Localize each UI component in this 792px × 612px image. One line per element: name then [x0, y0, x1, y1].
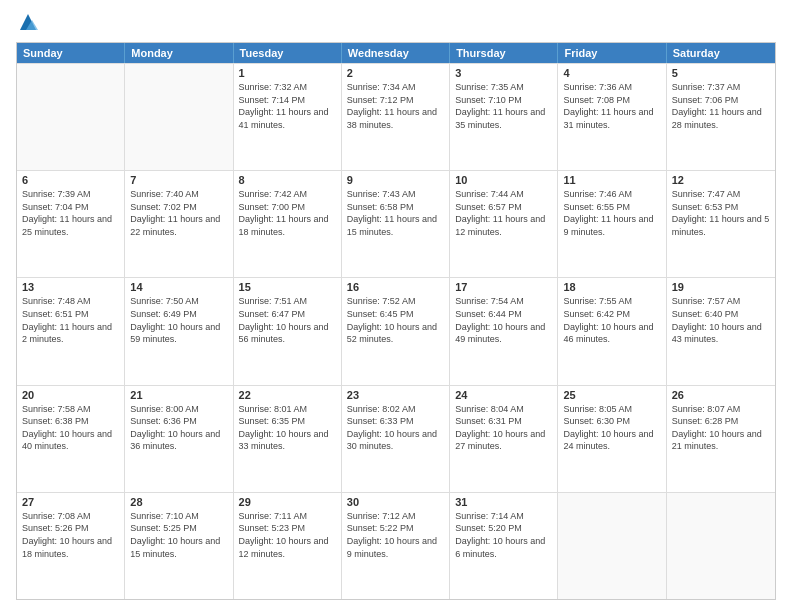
- page: SundayMondayTuesdayWednesdayThursdayFrid…: [0, 0, 792, 612]
- calendar-cell: 12Sunrise: 7:47 AM Sunset: 6:53 PM Dayli…: [667, 171, 775, 277]
- logo: [16, 12, 38, 32]
- calendar-cell: 27Sunrise: 7:08 AM Sunset: 5:26 PM Dayli…: [17, 493, 125, 599]
- cell-info: Sunrise: 7:32 AM Sunset: 7:14 PM Dayligh…: [239, 81, 336, 131]
- calendar-cell: 26Sunrise: 8:07 AM Sunset: 6:28 PM Dayli…: [667, 386, 775, 492]
- cell-info: Sunrise: 7:52 AM Sunset: 6:45 PM Dayligh…: [347, 295, 444, 345]
- calendar-cell: [667, 493, 775, 599]
- day-number: 24: [455, 389, 552, 401]
- day-number: 27: [22, 496, 119, 508]
- calendar-cell: 9Sunrise: 7:43 AM Sunset: 6:58 PM Daylig…: [342, 171, 450, 277]
- cell-info: Sunrise: 7:34 AM Sunset: 7:12 PM Dayligh…: [347, 81, 444, 131]
- header-day-thursday: Thursday: [450, 43, 558, 63]
- calendar-cell: 18Sunrise: 7:55 AM Sunset: 6:42 PM Dayli…: [558, 278, 666, 384]
- day-number: 22: [239, 389, 336, 401]
- cell-info: Sunrise: 7:47 AM Sunset: 6:53 PM Dayligh…: [672, 188, 770, 238]
- calendar-cell: 1Sunrise: 7:32 AM Sunset: 7:14 PM Daylig…: [234, 64, 342, 170]
- calendar-cell: 6Sunrise: 7:39 AM Sunset: 7:04 PM Daylig…: [17, 171, 125, 277]
- cell-info: Sunrise: 7:48 AM Sunset: 6:51 PM Dayligh…: [22, 295, 119, 345]
- day-number: 26: [672, 389, 770, 401]
- calendar-cell: 10Sunrise: 7:44 AM Sunset: 6:57 PM Dayli…: [450, 171, 558, 277]
- day-number: 14: [130, 281, 227, 293]
- calendar-week-5: 27Sunrise: 7:08 AM Sunset: 5:26 PM Dayli…: [17, 492, 775, 599]
- calendar-cell: 29Sunrise: 7:11 AM Sunset: 5:23 PM Dayli…: [234, 493, 342, 599]
- cell-info: Sunrise: 8:00 AM Sunset: 6:36 PM Dayligh…: [130, 403, 227, 453]
- calendar-cell: 17Sunrise: 7:54 AM Sunset: 6:44 PM Dayli…: [450, 278, 558, 384]
- day-number: 12: [672, 174, 770, 186]
- cell-info: Sunrise: 8:02 AM Sunset: 6:33 PM Dayligh…: [347, 403, 444, 453]
- calendar-cell: 30Sunrise: 7:12 AM Sunset: 5:22 PM Dayli…: [342, 493, 450, 599]
- calendar-cell: 4Sunrise: 7:36 AM Sunset: 7:08 PM Daylig…: [558, 64, 666, 170]
- day-number: 10: [455, 174, 552, 186]
- header-day-friday: Friday: [558, 43, 666, 63]
- calendar-week-4: 20Sunrise: 7:58 AM Sunset: 6:38 PM Dayli…: [17, 385, 775, 492]
- header-day-saturday: Saturday: [667, 43, 775, 63]
- day-number: 20: [22, 389, 119, 401]
- header-day-monday: Monday: [125, 43, 233, 63]
- calendar-cell: 21Sunrise: 8:00 AM Sunset: 6:36 PM Dayli…: [125, 386, 233, 492]
- calendar-cell: [17, 64, 125, 170]
- day-number: 28: [130, 496, 227, 508]
- calendar-cell: 25Sunrise: 8:05 AM Sunset: 6:30 PM Dayli…: [558, 386, 666, 492]
- day-number: 4: [563, 67, 660, 79]
- day-number: 25: [563, 389, 660, 401]
- logo-icon: [18, 12, 38, 32]
- cell-info: Sunrise: 7:51 AM Sunset: 6:47 PM Dayligh…: [239, 295, 336, 345]
- calendar-cell: 22Sunrise: 8:01 AM Sunset: 6:35 PM Dayli…: [234, 386, 342, 492]
- cell-info: Sunrise: 7:36 AM Sunset: 7:08 PM Dayligh…: [563, 81, 660, 131]
- day-number: 30: [347, 496, 444, 508]
- day-number: 13: [22, 281, 119, 293]
- day-number: 8: [239, 174, 336, 186]
- day-number: 29: [239, 496, 336, 508]
- cell-info: Sunrise: 7:55 AM Sunset: 6:42 PM Dayligh…: [563, 295, 660, 345]
- calendar-header: SundayMondayTuesdayWednesdayThursdayFrid…: [17, 43, 775, 63]
- cell-info: Sunrise: 7:35 AM Sunset: 7:10 PM Dayligh…: [455, 81, 552, 131]
- calendar-cell: [125, 64, 233, 170]
- calendar-cell: 24Sunrise: 8:04 AM Sunset: 6:31 PM Dayli…: [450, 386, 558, 492]
- calendar-body: 1Sunrise: 7:32 AM Sunset: 7:14 PM Daylig…: [17, 63, 775, 599]
- cell-info: Sunrise: 7:43 AM Sunset: 6:58 PM Dayligh…: [347, 188, 444, 238]
- calendar-week-2: 6Sunrise: 7:39 AM Sunset: 7:04 PM Daylig…: [17, 170, 775, 277]
- calendar-cell: 8Sunrise: 7:42 AM Sunset: 7:00 PM Daylig…: [234, 171, 342, 277]
- calendar-cell: 11Sunrise: 7:46 AM Sunset: 6:55 PM Dayli…: [558, 171, 666, 277]
- header-day-sunday: Sunday: [17, 43, 125, 63]
- day-number: 16: [347, 281, 444, 293]
- cell-info: Sunrise: 7:10 AM Sunset: 5:25 PM Dayligh…: [130, 510, 227, 560]
- calendar-cell: 19Sunrise: 7:57 AM Sunset: 6:40 PM Dayli…: [667, 278, 775, 384]
- day-number: 9: [347, 174, 444, 186]
- day-number: 5: [672, 67, 770, 79]
- logo-text: [16, 12, 38, 32]
- calendar-cell: 14Sunrise: 7:50 AM Sunset: 6:49 PM Dayli…: [125, 278, 233, 384]
- calendar-cell: 15Sunrise: 7:51 AM Sunset: 6:47 PM Dayli…: [234, 278, 342, 384]
- calendar-cell: 31Sunrise: 7:14 AM Sunset: 5:20 PM Dayli…: [450, 493, 558, 599]
- calendar-cell: 20Sunrise: 7:58 AM Sunset: 6:38 PM Dayli…: [17, 386, 125, 492]
- cell-info: Sunrise: 7:44 AM Sunset: 6:57 PM Dayligh…: [455, 188, 552, 238]
- cell-info: Sunrise: 7:39 AM Sunset: 7:04 PM Dayligh…: [22, 188, 119, 238]
- calendar-cell: 16Sunrise: 7:52 AM Sunset: 6:45 PM Dayli…: [342, 278, 450, 384]
- calendar-cell: 2Sunrise: 7:34 AM Sunset: 7:12 PM Daylig…: [342, 64, 450, 170]
- cell-info: Sunrise: 7:11 AM Sunset: 5:23 PM Dayligh…: [239, 510, 336, 560]
- day-number: 21: [130, 389, 227, 401]
- cell-info: Sunrise: 7:40 AM Sunset: 7:02 PM Dayligh…: [130, 188, 227, 238]
- cell-info: Sunrise: 7:54 AM Sunset: 6:44 PM Dayligh…: [455, 295, 552, 345]
- cell-info: Sunrise: 8:07 AM Sunset: 6:28 PM Dayligh…: [672, 403, 770, 453]
- cell-info: Sunrise: 8:05 AM Sunset: 6:30 PM Dayligh…: [563, 403, 660, 453]
- cell-info: Sunrise: 8:01 AM Sunset: 6:35 PM Dayligh…: [239, 403, 336, 453]
- cell-info: Sunrise: 7:12 AM Sunset: 5:22 PM Dayligh…: [347, 510, 444, 560]
- day-number: 17: [455, 281, 552, 293]
- header-day-wednesday: Wednesday: [342, 43, 450, 63]
- calendar: SundayMondayTuesdayWednesdayThursdayFrid…: [16, 42, 776, 600]
- day-number: 6: [22, 174, 119, 186]
- cell-info: Sunrise: 7:08 AM Sunset: 5:26 PM Dayligh…: [22, 510, 119, 560]
- day-number: 15: [239, 281, 336, 293]
- day-number: 23: [347, 389, 444, 401]
- calendar-cell: 13Sunrise: 7:48 AM Sunset: 6:51 PM Dayli…: [17, 278, 125, 384]
- cell-info: Sunrise: 7:57 AM Sunset: 6:40 PM Dayligh…: [672, 295, 770, 345]
- calendar-cell: 23Sunrise: 8:02 AM Sunset: 6:33 PM Dayli…: [342, 386, 450, 492]
- calendar-cell: 7Sunrise: 7:40 AM Sunset: 7:02 PM Daylig…: [125, 171, 233, 277]
- day-number: 31: [455, 496, 552, 508]
- day-number: 19: [672, 281, 770, 293]
- cell-info: Sunrise: 8:04 AM Sunset: 6:31 PM Dayligh…: [455, 403, 552, 453]
- day-number: 7: [130, 174, 227, 186]
- cell-info: Sunrise: 7:46 AM Sunset: 6:55 PM Dayligh…: [563, 188, 660, 238]
- day-number: 1: [239, 67, 336, 79]
